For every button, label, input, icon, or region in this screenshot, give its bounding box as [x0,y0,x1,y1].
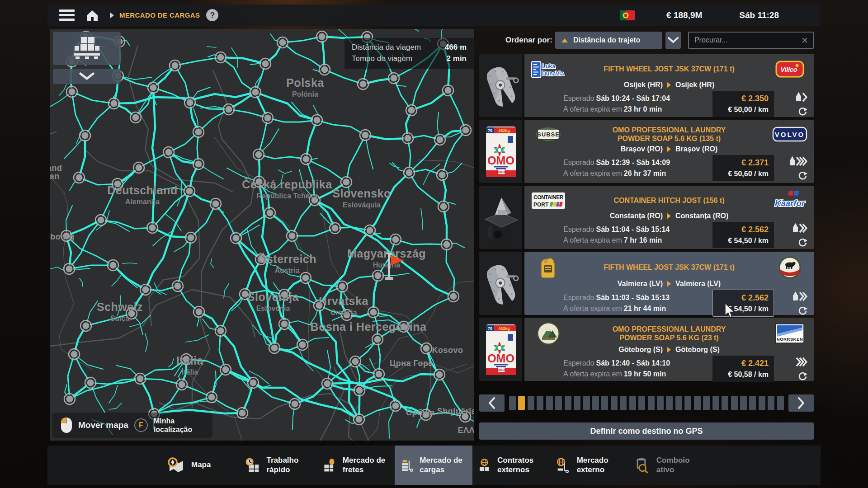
game-screen: MERCADO DE CARGAS ? € 188,9M Sáb 11:28 P… [0,0,868,488]
cargo-thumbnail-omo-bag: 70 462kg OMO OMO [479,318,522,381]
offer-price: € 2.350 [718,94,769,103]
nav-map[interactable]: Mapa [161,446,239,485]
recurring-job-icon [798,307,807,315]
help-icon[interactable]: ? [206,9,218,21]
page-indicator[interactable] [657,396,664,410]
page-indicator[interactable] [592,396,599,410]
receiver-logo-volvo: VOLVO [772,126,807,142]
page-indicator[interactable] [546,396,553,410]
page-indicator[interactable] [722,396,728,410]
page-indicator[interactable] [712,396,719,410]
chevron-down-icon [668,37,679,43]
page-indicator[interactable] [537,396,543,410]
svg-text:OMO: OMO [487,154,514,167]
trip-info-overlay: Distância da viagem466 m Tempo de viagem… [344,38,474,69]
home-icon[interactable] [85,9,99,22]
external-market-icon [555,455,571,475]
route-destination: Brașov (RO) [675,145,717,153]
page-indicator[interactable] [777,396,784,410]
svg-text:Villco: Villco [781,66,797,73]
freight-market-icon [321,455,337,475]
trip-distance-value: 466 m [445,43,467,52]
adr-fuel-icon [789,156,796,166]
route-destination: Constanța (RO) [675,212,728,220]
page-indicator[interactable] [583,396,590,410]
cargo-offer-row[interactable]: 70 462kg OMO OMO [479,318,814,381]
route-arrow-icon [667,347,671,352]
mouse-cursor [725,303,736,319]
convoy-icon [632,455,651,475]
road-network [50,29,474,441]
map-icon [166,455,186,475]
sort-direction-button[interactable] [665,32,681,49]
cargo-view-toggle-button[interactable] [53,32,121,65]
search-input[interactable] [689,36,813,44]
page-indicator[interactable] [611,396,618,410]
chevron-right-icon [797,397,805,409]
page-indicator[interactable] [759,396,765,410]
offer-price-box: € 2.562 € 54,50 / km [712,290,774,317]
menu-icon[interactable] [59,9,75,21]
quick-job-icon [244,455,261,475]
cargo-offer-row[interactable]: 70 462kg OMO OMO [479,120,814,183]
nav-external-contracts[interactable]: Contratos externos [472,446,550,485]
nav-freight-market[interactable]: Mercado de fretes [317,446,395,485]
page-indicator[interactable] [629,396,636,410]
page-indicator[interactable] [555,396,562,410]
bottom-nav-bar: Mapa Trabalho rápido Mercado de fretes [47,446,821,485]
page-indicator[interactable] [740,396,747,410]
page-indicator[interactable] [694,396,701,410]
recurring-job-icon [798,172,807,180]
cargo-offer-row[interactable]: CONTAINER PORT CONTAINER HITCH JOST (156… [479,186,814,249]
search-box[interactable]: ✕ [688,32,814,49]
page-indicator[interactable] [518,396,525,410]
nav-quick-job[interactable]: Trabalho rápido [239,446,317,485]
page-indicator[interactable] [574,396,580,410]
cargo-title: OMO PROFESSIONAL LAUNDRY POWDER SOAP 5.6… [566,126,772,143]
external-contracts-icon [477,455,492,475]
page-indicator[interactable] [638,396,645,410]
world-map[interactable]: PolskaPolóniaDeutschlandAlemanhaČeská re… [50,29,474,441]
adr-fuel-icon [795,92,802,102]
offer-price: € 2.371 [718,158,769,168]
cargo-route: Constanța (RO) Constanța (RO) [531,212,807,220]
svg-text:70: 70 [487,326,492,331]
recurring-job-icon [798,108,807,116]
page-indicator[interactable] [620,396,627,410]
set-gps-destination-button[interactable]: Definir como destino no GPS [479,422,814,440]
offer-rate: € 50,58 / km [718,371,769,379]
location-hotkey: F [134,418,148,432]
map-collapse-button[interactable] [53,69,121,84]
clear-search-icon[interactable]: ✕ [801,35,808,46]
cargo-offer-row[interactable]: Luka DunaVia FIFTH WHEEL JOST JSK 37CW (… [479,54,814,117]
route-arrow-icon [667,82,671,88]
route-destination: Valmiera (LV) [675,280,721,288]
player-money: € 188,9M [666,10,702,20]
page-indicator[interactable] [768,396,774,410]
page-indicator[interactable] [675,396,682,410]
trip-time-value: 2 min [447,54,467,63]
nav-external-market[interactable]: Mercado externo [550,446,628,485]
page-indicator[interactable] [528,396,534,410]
sort-dropdown[interactable]: Distância do trajeto [555,32,662,49]
page-indicator[interactable] [565,396,571,410]
page-prev-button[interactable] [479,394,505,412]
game-time: Sáb 11:28 [739,10,779,20]
page-indicator[interactable] [648,396,655,410]
trip-distance-label: Distância da viagem [352,43,421,52]
page-indicator[interactable] [684,396,691,410]
page-indicator[interactable] [509,396,516,410]
nav-cargo-market[interactable]: Mercado de cargas [395,446,472,485]
page-next-button[interactable] [788,394,814,412]
page-indicator[interactable] [703,396,710,410]
trip-time-label: Tempo de viagem [352,54,412,63]
page-indicator[interactable] [666,396,673,410]
page-indicator[interactable] [731,396,738,410]
page-indicator[interactable] [601,396,608,410]
cargo-title: FIFTH WHEEL JOST JSK 37CW (171 t) [566,263,772,272]
offer-price-box: € 2.350 € 50,00 / km [712,91,774,117]
page-indicator[interactable] [749,396,756,410]
cargo-offer-row-selected[interactable]: FIFTH WHEEL JOST JSK 37CW (171 t) Valmie… [479,252,814,315]
shipper-logo-mountain-badge [531,321,566,346]
route-arrow-icon [667,146,671,152]
